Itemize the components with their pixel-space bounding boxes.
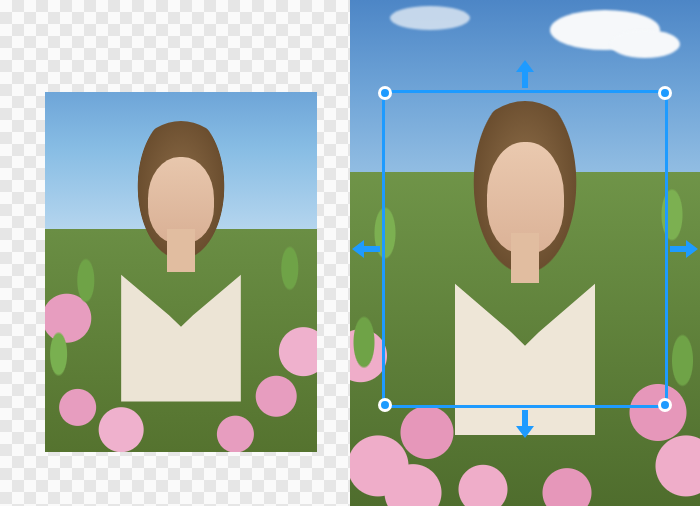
resize-handle-bottom-right[interactable] — [658, 398, 672, 412]
before-panel — [0, 0, 350, 506]
image-region-neck — [167, 229, 194, 272]
resize-handle-bottom-left[interactable] — [378, 398, 392, 412]
image-region-neck — [511, 233, 539, 284]
image-region-cloud — [610, 30, 680, 58]
resize-handle-top-right[interactable] — [658, 86, 672, 100]
image-region-cloud — [390, 6, 470, 30]
expand-left-arrow-icon[interactable] — [352, 240, 380, 258]
after-panel — [350, 0, 700, 506]
expand-right-arrow-icon[interactable] — [670, 240, 698, 258]
resize-handle-top-left[interactable] — [378, 86, 392, 100]
expand-up-arrow-icon[interactable] — [516, 60, 534, 88]
expand-down-arrow-icon[interactable] — [516, 410, 534, 438]
source-image — [45, 92, 317, 452]
